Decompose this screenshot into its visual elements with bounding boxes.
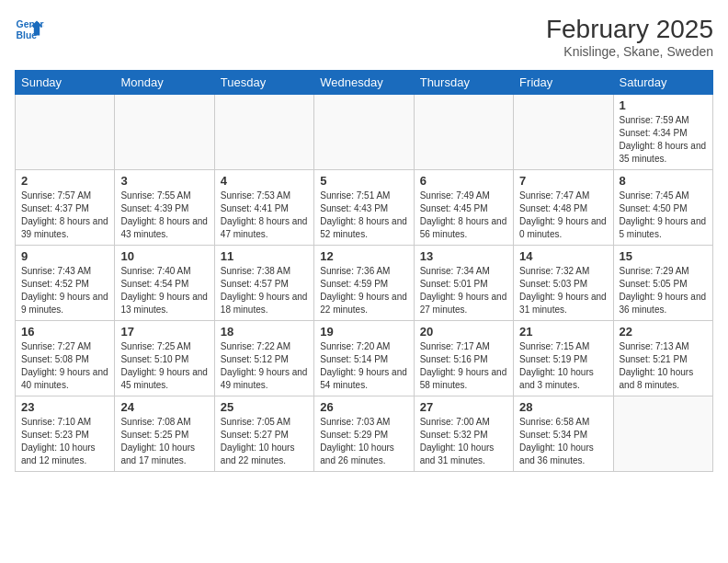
day-info: Sunrise: 7:36 AM Sunset: 4:59 PM Dayligh… bbox=[320, 265, 407, 316]
day-number: 4 bbox=[221, 174, 308, 188]
calendar-cell: 13Sunrise: 7:34 AM Sunset: 5:01 PM Dayli… bbox=[414, 246, 513, 321]
calendar-cell: 12Sunrise: 7:36 AM Sunset: 4:59 PM Dayli… bbox=[314, 246, 414, 321]
day-number: 9 bbox=[21, 249, 108, 263]
col-header-saturday: Saturday bbox=[613, 71, 712, 95]
location-subtitle: Knislinge, Skane, Sweden bbox=[546, 44, 713, 59]
calendar-cell: 24Sunrise: 7:08 AM Sunset: 5:25 PM Dayli… bbox=[115, 396, 214, 472]
day-info: Sunrise: 7:25 AM Sunset: 5:10 PM Dayligh… bbox=[120, 340, 208, 392]
col-header-thursday: Thursday bbox=[414, 71, 513, 95]
day-info: Sunrise: 7:45 AM Sunset: 4:50 PM Dayligh… bbox=[620, 190, 707, 241]
calendar-cell: 22Sunrise: 7:13 AM Sunset: 5:21 PM Dayli… bbox=[613, 321, 712, 396]
day-info: Sunrise: 7:27 AM Sunset: 5:08 PM Dayligh… bbox=[21, 340, 108, 392]
day-number: 1 bbox=[620, 98, 707, 112]
day-info: Sunrise: 7:32 AM Sunset: 5:03 PM Dayligh… bbox=[519, 265, 607, 316]
day-info: Sunrise: 7:47 AM Sunset: 4:48 PM Dayligh… bbox=[519, 190, 607, 241]
calendar-week-row: 9Sunrise: 7:43 AM Sunset: 4:52 PM Daylig… bbox=[16, 246, 713, 321]
month-year-title: February 2025 bbox=[546, 15, 713, 44]
calendar-cell: 3Sunrise: 7:55 AM Sunset: 4:39 PM Daylig… bbox=[115, 170, 214, 246]
day-number: 17 bbox=[120, 325, 208, 339]
day-info: Sunrise: 7:13 AM Sunset: 5:21 PM Dayligh… bbox=[620, 340, 707, 392]
day-number: 24 bbox=[120, 400, 208, 414]
day-info: Sunrise: 7:57 AM Sunset: 4:37 PM Dayligh… bbox=[21, 190, 108, 241]
calendar-cell: 7Sunrise: 7:47 AM Sunset: 4:48 PM Daylig… bbox=[514, 170, 613, 246]
day-info: Sunrise: 7:05 AM Sunset: 5:27 PM Dayligh… bbox=[221, 416, 308, 467]
calendar-cell: 27Sunrise: 7:00 AM Sunset: 5:32 PM Dayli… bbox=[414, 396, 513, 472]
day-info: Sunrise: 7:15 AM Sunset: 5:19 PM Dayligh… bbox=[519, 340, 607, 392]
calendar-cell: 15Sunrise: 7:29 AM Sunset: 5:05 PM Dayli… bbox=[613, 246, 712, 321]
day-info: Sunrise: 7:59 AM Sunset: 4:34 PM Dayligh… bbox=[620, 114, 707, 166]
day-number: 8 bbox=[620, 174, 707, 188]
day-info: Sunrise: 7:49 AM Sunset: 4:45 PM Dayligh… bbox=[420, 190, 507, 241]
calendar-cell bbox=[16, 95, 115, 170]
day-number: 3 bbox=[120, 174, 208, 188]
calendar-cell bbox=[414, 95, 513, 170]
col-header-wednesday: Wednesday bbox=[314, 71, 414, 95]
day-number: 2 bbox=[21, 174, 108, 188]
day-number: 25 bbox=[221, 400, 308, 414]
day-info: Sunrise: 7:00 AM Sunset: 5:32 PM Dayligh… bbox=[420, 416, 507, 467]
day-info: Sunrise: 7:34 AM Sunset: 5:01 PM Dayligh… bbox=[420, 265, 507, 316]
day-number: 22 bbox=[620, 325, 707, 339]
calendar-week-row: 23Sunrise: 7:10 AM Sunset: 5:23 PM Dayli… bbox=[16, 396, 713, 472]
calendar-cell: 6Sunrise: 7:49 AM Sunset: 4:45 PM Daylig… bbox=[414, 170, 513, 246]
col-header-tuesday: Tuesday bbox=[214, 71, 313, 95]
calendar-cell: 16Sunrise: 7:27 AM Sunset: 5:08 PM Dayli… bbox=[16, 321, 115, 396]
day-info: Sunrise: 7:22 AM Sunset: 5:12 PM Dayligh… bbox=[221, 340, 308, 392]
calendar-cell: 19Sunrise: 7:20 AM Sunset: 5:14 PM Dayli… bbox=[314, 321, 414, 396]
col-header-sunday: Sunday bbox=[16, 71, 115, 95]
day-info: Sunrise: 7:55 AM Sunset: 4:39 PM Dayligh… bbox=[120, 190, 208, 241]
calendar-cell: 8Sunrise: 7:45 AM Sunset: 4:50 PM Daylig… bbox=[613, 170, 712, 246]
day-number: 23 bbox=[21, 400, 108, 414]
calendar-cell: 5Sunrise: 7:51 AM Sunset: 4:43 PM Daylig… bbox=[314, 170, 414, 246]
day-info: Sunrise: 7:29 AM Sunset: 5:05 PM Dayligh… bbox=[620, 265, 707, 316]
day-info: Sunrise: 6:58 AM Sunset: 5:34 PM Dayligh… bbox=[519, 416, 607, 467]
day-number: 27 bbox=[420, 400, 507, 414]
day-number: 7 bbox=[519, 174, 607, 188]
logo-icon: General Blue bbox=[15, 15, 44, 44]
calendar-cell: 10Sunrise: 7:40 AM Sunset: 4:54 PM Dayli… bbox=[115, 246, 214, 321]
day-info: Sunrise: 7:08 AM Sunset: 5:25 PM Dayligh… bbox=[120, 416, 208, 467]
calendar-header-row: SundayMondayTuesdayWednesdayThursdayFrid… bbox=[16, 71, 713, 95]
calendar-cell: 23Sunrise: 7:10 AM Sunset: 5:23 PM Dayli… bbox=[16, 396, 115, 472]
day-number: 13 bbox=[420, 249, 507, 263]
calendar-cell: 17Sunrise: 7:25 AM Sunset: 5:10 PM Dayli… bbox=[115, 321, 214, 396]
calendar-cell bbox=[314, 95, 414, 170]
day-info: Sunrise: 7:03 AM Sunset: 5:29 PM Dayligh… bbox=[320, 416, 407, 467]
page-header: General Blue February 2025 Knislinge, Sk… bbox=[15, 15, 713, 59]
day-number: 21 bbox=[519, 325, 607, 339]
calendar-cell: 4Sunrise: 7:53 AM Sunset: 4:41 PM Daylig… bbox=[214, 170, 313, 246]
day-number: 6 bbox=[420, 174, 507, 188]
title-block: February 2025 Knislinge, Skane, Sweden bbox=[546, 15, 713, 59]
calendar-cell bbox=[115, 95, 214, 170]
calendar-cell: 21Sunrise: 7:15 AM Sunset: 5:19 PM Dayli… bbox=[514, 321, 613, 396]
calendar-cell: 25Sunrise: 7:05 AM Sunset: 5:27 PM Dayli… bbox=[214, 396, 313, 472]
calendar-cell: 1Sunrise: 7:59 AM Sunset: 4:34 PM Daylig… bbox=[613, 95, 712, 170]
calendar-week-row: 1Sunrise: 7:59 AM Sunset: 4:34 PM Daylig… bbox=[16, 95, 713, 170]
day-number: 26 bbox=[320, 400, 407, 414]
calendar-cell: 28Sunrise: 6:58 AM Sunset: 5:34 PM Dayli… bbox=[514, 396, 613, 472]
day-info: Sunrise: 7:20 AM Sunset: 5:14 PM Dayligh… bbox=[320, 340, 407, 392]
calendar-cell: 18Sunrise: 7:22 AM Sunset: 5:12 PM Dayli… bbox=[214, 321, 313, 396]
calendar-table: SundayMondayTuesdayWednesdayThursdayFrid… bbox=[15, 70, 713, 472]
calendar-cell bbox=[613, 396, 712, 472]
day-number: 18 bbox=[221, 325, 308, 339]
day-info: Sunrise: 7:51 AM Sunset: 4:43 PM Dayligh… bbox=[320, 190, 407, 241]
logo: General Blue bbox=[15, 15, 44, 44]
calendar-cell: 2Sunrise: 7:57 AM Sunset: 4:37 PM Daylig… bbox=[16, 170, 115, 246]
calendar-cell bbox=[214, 95, 313, 170]
day-number: 14 bbox=[519, 249, 607, 263]
day-info: Sunrise: 7:38 AM Sunset: 4:57 PM Dayligh… bbox=[221, 265, 308, 316]
calendar-cell: 11Sunrise: 7:38 AM Sunset: 4:57 PM Dayli… bbox=[214, 246, 313, 321]
day-info: Sunrise: 7:53 AM Sunset: 4:41 PM Dayligh… bbox=[221, 190, 308, 241]
day-number: 15 bbox=[620, 249, 707, 263]
day-info: Sunrise: 7:17 AM Sunset: 5:16 PM Dayligh… bbox=[420, 340, 507, 392]
day-number: 10 bbox=[120, 249, 208, 263]
calendar-cell: 20Sunrise: 7:17 AM Sunset: 5:16 PM Dayli… bbox=[414, 321, 513, 396]
col-header-friday: Friday bbox=[514, 71, 613, 95]
day-number: 12 bbox=[320, 249, 407, 263]
day-number: 16 bbox=[21, 325, 108, 339]
day-number: 20 bbox=[420, 325, 507, 339]
calendar-cell: 9Sunrise: 7:43 AM Sunset: 4:52 PM Daylig… bbox=[16, 246, 115, 321]
day-info: Sunrise: 7:40 AM Sunset: 4:54 PM Dayligh… bbox=[120, 265, 208, 316]
col-header-monday: Monday bbox=[115, 71, 214, 95]
